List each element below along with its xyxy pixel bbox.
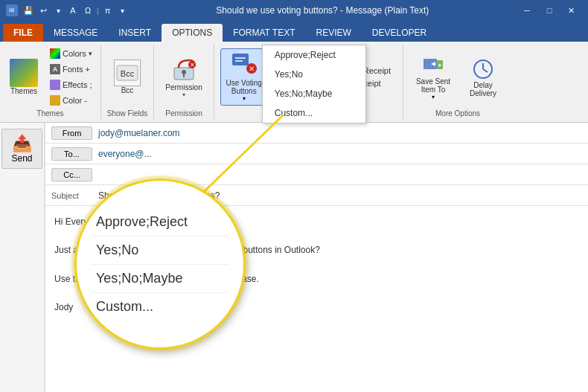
send-column: 📤 Send [0, 123, 45, 392]
from-button[interactable]: From [51, 126, 92, 140]
pi-icon[interactable]: π [102, 4, 114, 16]
magnify-overlay: Approve;Reject Yes;No Yes;No;Maybe Custo… [74, 179, 246, 350]
window-controls: ─ □ ✕ [517, 2, 582, 19]
show-fields-group-label: Show Fields [107, 109, 147, 118]
save-sent-button[interactable]: ➤ Save Sent Item To ▾ [409, 50, 457, 104]
to-field: To... everyone@... [45, 144, 588, 164]
more-options-group-label: More Options [409, 109, 506, 118]
show-fields-group: Bcc Bcc Show Fields [101, 45, 154, 119]
svg-text:✕: ✕ [249, 65, 255, 73]
ribbon-tabs: FILE MESSAGE INSERT OPTIONS FORMAT TEXT … [0, 21, 588, 42]
page-color-button[interactable]: Color - [46, 93, 96, 108]
svg-point-3 [182, 70, 186, 74]
delay-label: Delay Delivery [465, 81, 501, 97]
permission-label: Permission [165, 83, 202, 91]
colors-arrow: ▾ [89, 50, 92, 57]
fonts-icon: A [50, 64, 60, 74]
send-label: Send [11, 153, 32, 164]
separator: | [97, 7, 99, 15]
bcc-label: Bcc [121, 86, 134, 94]
close-button[interactable]: ✕ [561, 2, 582, 19]
themes-group-label: Themes [4, 109, 96, 118]
svg-text:➤: ➤ [438, 62, 442, 68]
magnify-content: Approve;Reject Yes;No Yes;No;Maybe Custo… [77, 201, 243, 328]
themes-label: Themes [10, 87, 37, 95]
permission-content: ✕ Permission ▾ [160, 46, 207, 108]
ribbon: Themes Colors ▾ A Fonts + Effects ; [0, 42, 588, 123]
tracking-group: ✕ Use Voting Buttons ▾ Request a Deliver… [214, 45, 403, 119]
minimize-button[interactable]: ─ [517, 2, 537, 19]
svg-line-18 [483, 69, 488, 72]
show-fields-content: Bcc Bcc [109, 46, 146, 108]
fonts-button[interactable]: A Fonts + [46, 62, 96, 77]
from-value: jody@muelaner.com [98, 128, 180, 138]
tab-file[interactable]: FILE [3, 24, 43, 42]
more-options-content: ➤ Save Sent Item To ▾ Delay Delivery [409, 46, 506, 108]
fonts-label: Fonts + [63, 65, 90, 74]
bcc-icon: Bcc [114, 60, 141, 86]
use-voting-button[interactable]: ✕ Use Voting Buttons ▾ [220, 48, 268, 106]
tab-insert[interactable]: INSERT [108, 24, 162, 42]
permission-arrow: ▾ [182, 91, 185, 98]
magnify-item-yesno[interactable]: Yes;No [92, 237, 229, 265]
themes-group-content: Themes Colors ▾ A Fonts + Effects ; [4, 46, 96, 108]
maximize-button[interactable]: □ [539, 2, 560, 19]
title-bar: ✉ 💾 ↩ ▾ A Ω | π ▾ Should we use voting b… [0, 0, 588, 21]
send-icon: 📤 [12, 134, 32, 153]
subject-label: Subject [51, 191, 92, 200]
cc-button[interactable]: Cc... [51, 168, 92, 181]
effects-icon [50, 80, 60, 90]
effects-button[interactable]: Effects ; [46, 77, 96, 92]
dropdown-yes-no-maybe[interactable]: Yes;No;Maybe [263, 84, 365, 103]
title-bar-left: ✉ 💾 ↩ ▾ A Ω | π ▾ [6, 4, 129, 16]
tab-options[interactable]: OPTIONS [162, 24, 223, 42]
tab-review[interactable]: REVIEW [306, 24, 362, 42]
voting-icon: ✕ [231, 52, 258, 79]
magnify-item-yesnomayb[interactable]: Yes;No;Maybe [92, 265, 229, 293]
themes-button[interactable]: Themes [4, 55, 43, 99]
colors-icon [50, 48, 60, 59]
magnify-item-custom[interactable]: Custom... [92, 293, 229, 321]
redo-icon[interactable]: ▾ [52, 4, 64, 16]
svg-text:Bcc: Bcc [121, 69, 135, 78]
tab-message[interactable]: MESSAGE [43, 24, 108, 42]
tab-developer[interactable]: DEVELOPER [362, 24, 437, 42]
bcc-button[interactable]: Bcc Bcc [109, 56, 146, 98]
svg-text:✕: ✕ [190, 62, 195, 68]
more-options-group: ➤ Save Sent Item To ▾ Delay Delivery Mor… [403, 45, 512, 119]
symbol-icon[interactable]: Ω [82, 4, 94, 16]
font-icon[interactable]: A [67, 4, 79, 16]
from-field: From jody@muelaner.com [45, 123, 588, 144]
window-title: Should we use voting buttons? - Message … [216, 5, 429, 16]
themes-icon [10, 59, 38, 87]
dropdown-approve-reject[interactable]: Approve;Reject [263, 45, 365, 65]
cc-field: Cc... [45, 164, 588, 185]
svg-rect-7 [232, 54, 249, 65]
themes-small-buttons: Colors ▾ A Fonts + Effects ; Color - [46, 46, 96, 108]
tab-format-text[interactable]: FORMAT TEXT [223, 24, 305, 42]
themes-group: Themes Colors ▾ A Fonts + Effects ; [0, 45, 101, 119]
dropdown-yes-no[interactable]: Yes;No [263, 65, 365, 84]
app-icon: ✉ [6, 4, 18, 16]
permission-button[interactable]: ✕ Permission ▾ [160, 53, 207, 102]
delay-icon [471, 57, 495, 81]
save-icon[interactable]: 💾 [22, 4, 34, 16]
to-button[interactable]: To... [51, 147, 92, 161]
voting-dropdown: Approve;Reject Yes;No Yes;No;Maybe Custo… [262, 45, 366, 123]
permission-group: ✕ Permission ▾ Permission [154, 45, 214, 119]
effects-label: Effects ; [63, 80, 92, 89]
colors-label: Colors [63, 49, 86, 58]
undo-icon[interactable]: ↩ [37, 4, 49, 16]
page-color-icon [50, 95, 60, 106]
dropdown-custom[interactable]: Custom... [263, 103, 365, 123]
to-value: everyone@... [98, 149, 152, 159]
send-button[interactable]: 📤 Send [1, 129, 42, 169]
permission-icon: ✕ [170, 57, 197, 83]
save-sent-label: Save Sent Item To [415, 77, 452, 94]
delay-delivery-button[interactable]: Delay Delivery [460, 54, 506, 101]
voting-arrow: ▾ [243, 95, 246, 102]
save-sent-icon: ➤ [421, 54, 445, 77]
colors-button[interactable]: Colors ▾ [46, 46, 96, 61]
arrow-icon[interactable]: ▾ [117, 4, 129, 16]
magnify-item-approve[interactable]: Approve;Reject [92, 208, 229, 237]
